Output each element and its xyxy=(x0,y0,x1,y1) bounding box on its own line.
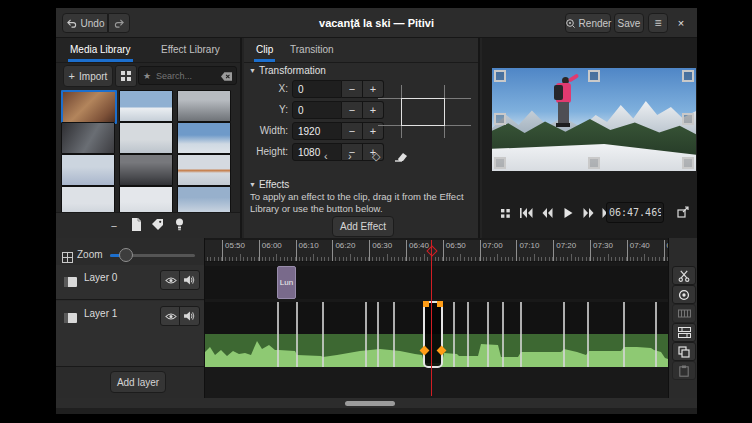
increment-button[interactable]: + xyxy=(363,80,384,98)
trim-handle-left[interactable] xyxy=(423,301,429,307)
clip-boundary[interactable] xyxy=(655,302,657,367)
transform-handle-t[interactable] xyxy=(588,70,600,82)
layer-menu-icon[interactable] xyxy=(64,273,77,291)
transform-rect[interactable] xyxy=(401,98,445,126)
decrement-button[interactable]: − xyxy=(342,80,363,98)
decrement-button[interactable]: − xyxy=(342,143,363,161)
clip-boundary[interactable] xyxy=(587,302,589,367)
go-to-start-button[interactable] xyxy=(517,205,535,221)
prev-keyframe-button[interactable]: ‹ xyxy=(324,150,328,162)
close-button[interactable]: × xyxy=(671,13,691,33)
decrement-button[interactable]: − xyxy=(342,122,363,140)
media-thumbnail[interactable] xyxy=(177,90,231,122)
transform-handle-tl[interactable] xyxy=(494,70,506,82)
transform-handle-bl[interactable] xyxy=(494,157,506,169)
clip-boundary[interactable] xyxy=(322,302,324,367)
transform-handle-tr[interactable] xyxy=(682,70,694,82)
zoom-slider-knob[interactable] xyxy=(119,248,133,262)
increment-button[interactable]: + xyxy=(363,101,384,119)
layer-menu-icon[interactable] xyxy=(64,309,77,327)
decrement-button[interactable]: − xyxy=(342,101,363,119)
layer0-visibility-button[interactable] xyxy=(160,270,181,290)
detach-viewer-button[interactable] xyxy=(674,204,692,220)
media-thumbnail[interactable] xyxy=(119,154,173,186)
paste-button[interactable] xyxy=(672,361,696,380)
spin-input[interactable] xyxy=(292,122,342,140)
media-thumbnail[interactable] xyxy=(177,122,231,154)
scrollbar-thumb[interactable] xyxy=(345,401,395,406)
clip-boundary[interactable] xyxy=(623,302,625,367)
timeline-tracks[interactable]: 05:5006:0006:1006:2006:3006:4006:5007:00… xyxy=(205,238,668,398)
clip-boundary[interactable] xyxy=(487,302,489,367)
search-input[interactable] xyxy=(154,70,218,82)
clip-boundary[interactable] xyxy=(365,302,367,367)
layer1-mute-button[interactable] xyxy=(179,306,200,326)
transform-handle-b[interactable] xyxy=(588,157,600,169)
effects-expander[interactable]: ▼ Effects xyxy=(249,179,289,190)
layer1-header[interactable]: Layer 1 xyxy=(56,301,204,367)
media-thumbnail[interactable] xyxy=(61,122,115,154)
insert-at-end-button[interactable] xyxy=(170,217,188,235)
layer1-track[interactable] xyxy=(205,302,668,367)
copy-button[interactable] xyxy=(672,342,696,361)
view-toggle-button[interactable] xyxy=(115,65,137,87)
tab-transition[interactable]: Transition xyxy=(288,40,336,59)
next-keyframe-button[interactable]: › xyxy=(348,150,352,162)
tab-media-library[interactable]: Media Library xyxy=(68,40,133,62)
clip-boundary[interactable] xyxy=(520,302,522,367)
search-field[interactable]: ★ xyxy=(138,66,237,85)
clip-boundary[interactable] xyxy=(502,302,504,367)
remove-clip-button[interactable]: − xyxy=(105,217,123,235)
clip-boundary[interactable] xyxy=(296,302,298,367)
layer1-visibility-button[interactable] xyxy=(160,306,181,326)
media-thumbnail[interactable] xyxy=(119,90,173,122)
layer0-header[interactable]: Layer 0 xyxy=(56,265,204,300)
layer0-name[interactable]: Layer 0 xyxy=(84,272,117,283)
seek-forward-button[interactable] xyxy=(579,205,597,221)
seek-backward-button[interactable] xyxy=(538,205,556,221)
transform-handle-br[interactable] xyxy=(682,157,694,169)
add-layer-button[interactable]: Add layer xyxy=(110,371,166,393)
title-clip[interactable]: Lun xyxy=(277,266,296,299)
render-button[interactable]: Render xyxy=(565,13,611,33)
fit-view-button[interactable] xyxy=(496,205,514,221)
redo-button[interactable] xyxy=(108,13,130,33)
group-button[interactable] xyxy=(672,304,696,323)
media-thumbnail[interactable] xyxy=(61,90,117,124)
media-thumbnail[interactable] xyxy=(61,154,115,186)
clip-boundary[interactable] xyxy=(393,302,395,367)
keyframe-button[interactable] xyxy=(672,285,696,304)
tab-effect-library[interactable]: Effect Library xyxy=(159,40,222,59)
tags-button[interactable] xyxy=(149,217,167,235)
playhead-line[interactable] xyxy=(431,240,432,396)
ungroup-button[interactable] xyxy=(672,323,696,342)
transform-handle-l[interactable] xyxy=(494,113,506,125)
clip-boundary[interactable] xyxy=(277,302,279,367)
split-button[interactable] xyxy=(672,266,696,285)
layer1-name[interactable]: Layer 1 xyxy=(84,308,117,319)
transform-handle-r[interactable] xyxy=(682,113,694,125)
reset-transform-button[interactable] xyxy=(394,151,407,164)
transformation-expander[interactable]: ▼ Transformation xyxy=(249,65,326,76)
undo-button[interactable]: Undo xyxy=(62,13,108,33)
clip-boundary[interactable] xyxy=(563,302,565,367)
media-thumbnail[interactable] xyxy=(119,122,173,154)
clip-boundary[interactable] xyxy=(467,302,469,367)
layer0-track[interactable]: Lun xyxy=(205,266,668,299)
save-button[interactable]: Save xyxy=(614,13,644,33)
selected-clip[interactable] xyxy=(423,301,443,368)
trim-handle-right[interactable] xyxy=(437,301,443,307)
clip-properties-button[interactable] xyxy=(127,217,145,235)
clip-boundary[interactable] xyxy=(377,302,379,367)
import-button[interactable]: + Import xyxy=(63,65,113,87)
timecode-field[interactable] xyxy=(606,202,664,223)
media-thumbnail[interactable] xyxy=(177,154,231,186)
tab-clip[interactable]: Clip xyxy=(254,40,275,62)
add-keyframe-button[interactable]: ◇ xyxy=(372,150,380,163)
spin-input[interactable] xyxy=(292,101,342,119)
clear-search-icon[interactable] xyxy=(221,67,232,85)
clip-boundary[interactable] xyxy=(453,302,455,367)
layer0-mute-button[interactable] xyxy=(179,270,200,290)
spin-input[interactable] xyxy=(292,80,342,98)
spin-input[interactable] xyxy=(292,143,342,161)
